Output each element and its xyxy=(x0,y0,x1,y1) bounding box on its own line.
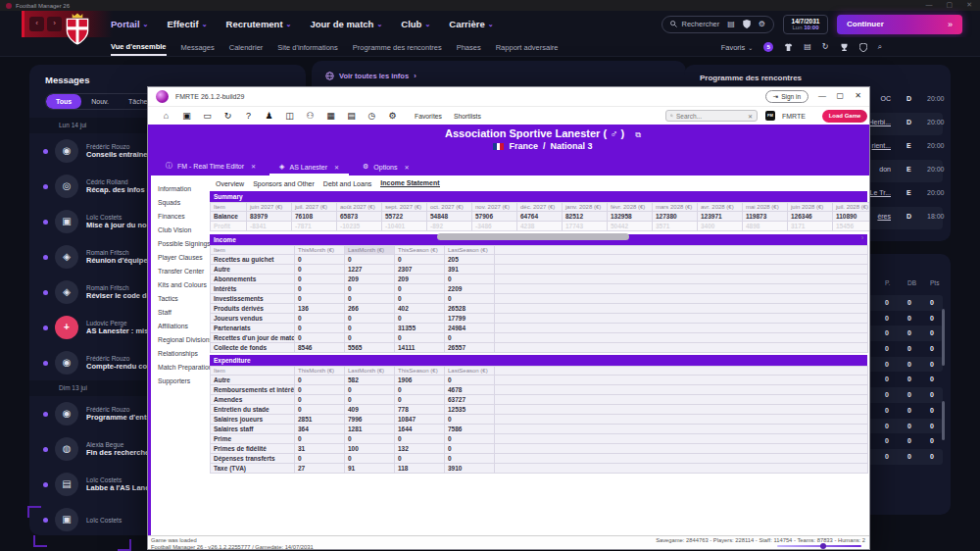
subnav-item-rapport-adversaire[interactable]: Rapport adversaire xyxy=(496,40,559,55)
league-scrollbar-2[interactable] xyxy=(942,401,945,440)
scouting-icon[interactable]: ◫ xyxy=(279,111,300,121)
subnav-item-vue-d-ensemble[interactable]: Vue d'ensemble xyxy=(111,39,167,56)
fmrte-title-bar[interactable]: FMRTE 26.1.2-build29 ⇥ Sign in — ▢ ✕ xyxy=(148,87,869,107)
os-maximize-button[interactable]: ▢ xyxy=(947,1,954,9)
sidebar-item-squads[interactable]: Squads xyxy=(151,195,210,209)
sidebar-item-kits-and-colours[interactable]: Kits and Colours xyxy=(151,277,210,291)
nav-menu-recrutement[interactable]: Recrutement⌄ xyxy=(226,19,292,29)
os-close-button[interactable]: ✕ xyxy=(966,1,972,9)
help-icon[interactable]: ? xyxy=(238,111,259,121)
sync-icon[interactable]: ↻ xyxy=(822,43,829,51)
summary-hscrollbar[interactable] xyxy=(437,233,629,240)
finance-tab-sponsors-and-other[interactable]: Sponsors and Other xyxy=(253,180,315,187)
copy-icon[interactable]: ⧉ xyxy=(635,130,641,139)
monitor-icon[interactable]: ▭ xyxy=(197,111,218,121)
fmrte-tab-fm-real-time-editor[interactable]: ⓘFM - Real Time Editor✕ xyxy=(156,161,266,175)
history-back-button[interactable]: ‹ xyxy=(29,17,44,31)
income-item: Autre xyxy=(211,265,295,275)
medical-icon: + xyxy=(55,316,78,339)
sidebar-item-supporters[interactable]: Supporters xyxy=(151,374,210,387)
sidebar-item-information[interactable]: Information xyxy=(151,181,210,195)
settings-icon[interactable]: ⚙ xyxy=(382,111,403,121)
fixture-opponent[interactable]: ères xyxy=(877,213,891,220)
fixture-opponent[interactable]: Herbi... xyxy=(868,119,891,125)
news-icon[interactable]: ▤ xyxy=(341,111,362,121)
subnav-item-calendrier[interactable]: Calendrier xyxy=(229,40,264,55)
sidebar-item-player-clauses[interactable]: Player Clauses xyxy=(151,250,210,264)
settings-gear-icon[interactable]: ⚙ xyxy=(759,21,765,28)
nav-menu-effectif[interactable]: Effectif⌄ xyxy=(167,19,207,29)
messages-tab-nouv[interactable]: Nouv. xyxy=(81,94,119,109)
global-search-button[interactable]: Rechercher xyxy=(670,20,719,28)
sidebar-item-possible-signings[interactable]: Possible Signings xyxy=(151,236,210,250)
league-cell: 0 xyxy=(930,329,934,336)
save-icon[interactable]: ▣ xyxy=(176,111,197,121)
fmrte-close-button[interactable]: ✕ xyxy=(855,91,861,100)
close-tab-icon[interactable]: ✕ xyxy=(334,164,339,171)
messages-tab-tous[interactable]: Tous xyxy=(46,94,81,109)
shield-icon[interactable] xyxy=(859,43,867,52)
continue-button[interactable]: Continuer » xyxy=(837,15,962,34)
close-tab-icon[interactable]: ✕ xyxy=(251,163,256,170)
sidebar-item-relationships[interactable]: Relationships xyxy=(151,346,210,360)
sidebar-item-finances[interactable]: Finances xyxy=(151,209,210,223)
kit-shirt-icon[interactable] xyxy=(784,43,793,52)
clock-icon[interactable]: ◷ xyxy=(362,111,382,121)
fmrte-search-box[interactable]: ✕ xyxy=(665,110,758,122)
headset-icon: ◎ xyxy=(55,175,78,198)
nav-menu-portail[interactable]: Portail⌄ xyxy=(111,19,148,29)
fmrte-minimize-button[interactable]: — xyxy=(818,91,826,100)
history-forward-button[interactable]: › xyxy=(47,17,62,31)
finance-tab-income-statement[interactable]: Income Statement xyxy=(380,179,439,187)
status-slider-knob[interactable] xyxy=(820,543,826,549)
view-all-news-button[interactable]: Voir toutes les infos › xyxy=(312,61,686,80)
subnav-item-site-d-informations[interactable]: Site d'informations xyxy=(277,40,337,55)
club-crest[interactable] xyxy=(65,13,90,46)
fmrte-tab-options[interactable]: ⚙Options✕ xyxy=(353,163,418,175)
notes-panel-icon[interactable]: ▤ xyxy=(727,21,735,28)
fixture-opponent[interactable]: Le Tr... xyxy=(870,189,891,196)
sidebar-item-transfer-center[interactable]: Transfer Center xyxy=(151,264,210,277)
sidebar-item-regional-divisions[interactable]: Regional Divisions xyxy=(151,332,210,346)
sidebar-item-match-preparation[interactable]: Match Preparation xyxy=(151,360,210,374)
subnav-item-messages[interactable]: Messages xyxy=(181,40,215,55)
player-icon[interactable]: ♟ xyxy=(259,111,279,121)
staff-icon[interactable]: ⚇ xyxy=(300,111,320,121)
sidebar-item-club-vision[interactable]: Club Vision xyxy=(151,223,210,236)
calendar-icon[interactable]: ▦ xyxy=(320,111,341,121)
finance-tab-overview[interactable]: Overview xyxy=(216,180,244,187)
home-icon[interactable]: ⌂ xyxy=(156,111,176,121)
club-badge-icon[interactable] xyxy=(743,20,751,28)
summary-col-mars-2028: mars 2028 (€) xyxy=(653,203,698,212)
favorites-menu[interactable]: Favorites xyxy=(415,113,442,120)
fmrte-maximize-button[interactable]: ▢ xyxy=(836,91,844,100)
clear-search-icon[interactable]: ✕ xyxy=(748,113,753,120)
subnav-item-phases[interactable]: Phases xyxy=(457,40,481,55)
clipboard-icon[interactable]: ▤ xyxy=(804,43,811,51)
summary-scroll-right-icon[interactable]: › xyxy=(861,234,863,241)
league-scrollbar[interactable] xyxy=(942,309,945,366)
sidebar-item-staff[interactable]: Staff xyxy=(151,305,210,319)
close-tab-icon[interactable]: ✕ xyxy=(404,164,409,171)
nav-menu-carri-re[interactable]: Carrière⌄ xyxy=(449,19,493,29)
nav-menu-club[interactable]: Club⌄ xyxy=(401,19,430,29)
trophy-icon[interactable] xyxy=(840,43,849,52)
nav-menu-label: Carrière xyxy=(449,19,484,29)
sidebar-item-tactics[interactable]: Tactics xyxy=(151,291,210,305)
subnav-item-programme-des-rencontres[interactable]: Programme des rencontres xyxy=(353,40,442,55)
sidebar-item-affiliations[interactable]: Affiliations xyxy=(151,319,210,332)
fmrte-tab-as-lanester[interactable]: ◈AS Lanester✕ xyxy=(270,163,349,175)
load-game-button[interactable]: Load Game xyxy=(822,110,867,123)
notification-badge[interactable]: 5 xyxy=(763,42,773,52)
fixture-opponent[interactable]: rient... xyxy=(872,142,891,149)
fmrte-search-input[interactable] xyxy=(676,113,745,120)
status-slider[interactable] xyxy=(777,545,861,547)
nav-menu-jour-de-match[interactable]: Jour de match⌄ xyxy=(310,19,382,29)
shortlists-menu[interactable]: Shortlists xyxy=(454,113,481,120)
sign-in-button[interactable]: ⇥ Sign in xyxy=(765,90,808,103)
os-minimize-button[interactable]: — xyxy=(926,1,933,9)
finance-tab-debt-and-loans[interactable]: Debt and Loans xyxy=(323,180,371,187)
favorites-dropdown[interactable]: Favoris⌄ xyxy=(721,43,754,52)
refresh-icon[interactable]: ↻ xyxy=(218,111,238,121)
scout-search-icon[interactable]: ⌕ xyxy=(878,43,882,51)
